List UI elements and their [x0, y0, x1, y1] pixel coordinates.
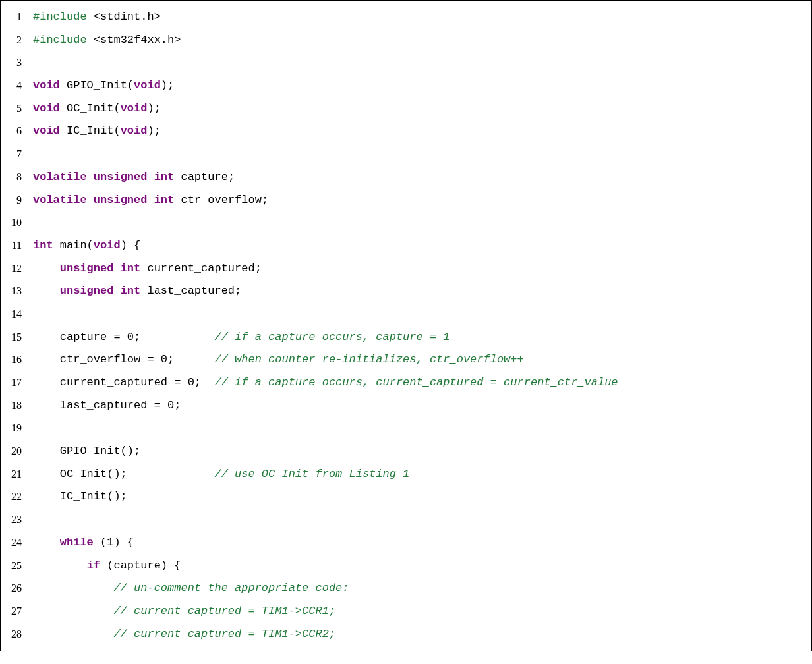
token-cm: // use OC_Init from Listing 1: [214, 468, 409, 480]
token-plain: capture = 0;: [33, 331, 214, 343]
token-plain: [87, 194, 94, 206]
token-plain: [33, 582, 113, 594]
token-plain: last_captured = 0;: [33, 399, 181, 412]
line-number: 24: [5, 532, 22, 555]
token-plain: last_captured;: [140, 285, 241, 297]
token-plain: [33, 262, 60, 275]
code-line: [33, 509, 805, 532]
token-kw: void: [94, 239, 121, 252]
token-plain: IC_Init(: [60, 124, 121, 137]
token-kw: void: [33, 124, 60, 137]
token-plain: [147, 171, 154, 183]
token-kw: unsigned: [60, 262, 114, 275]
token-plain: ctr_overflow;: [174, 194, 268, 206]
code-line: if (capture) {: [33, 555, 805, 578]
line-number: 25: [5, 555, 22, 578]
code-line: [33, 143, 805, 166]
code-line: [33, 211, 805, 235]
code-line: GPIO_Init();: [33, 440, 805, 463]
token-kw: unsigned: [94, 194, 148, 206]
code-line: // current_captured = TIM1->CCR1;: [33, 600, 805, 623]
line-number-gutter: 1234567891011121314151617181920212223242…: [1, 1, 26, 651]
line-number: 8: [5, 166, 22, 189]
token-kw: int: [33, 239, 53, 252]
line-number: 14: [5, 303, 22, 326]
token-pp: #include: [33, 34, 87, 46]
token-cm: // if a capture occurs, capture = 1: [214, 331, 450, 343]
token-plain: main(: [53, 239, 94, 252]
code-line: void OC_Init(void);: [33, 97, 805, 121]
code-line: last_captured = 0;: [33, 395, 805, 418]
token-kw: int: [154, 171, 175, 183]
line-number: 17: [5, 372, 22, 395]
code-line: [33, 51, 805, 74]
code-line: #include <stdint.h>: [33, 6, 805, 29]
line-number: 6: [5, 120, 22, 143]
code-area: #include <stdint.h>#include <stm32f4xx.h…: [26, 1, 811, 651]
line-number: 9: [5, 189, 22, 212]
code-line: current_captured = 0; // if a capture oc…: [33, 372, 805, 395]
token-kw: unsigned: [60, 285, 114, 297]
token-kw: void: [121, 124, 148, 137]
token-cm: // current_captured = TIM1->CCR1;: [113, 605, 335, 617]
token-kw: int: [154, 194, 175, 206]
code-line: [33, 417, 805, 440]
line-number: 19: [5, 417, 22, 440]
line-number: 23: [5, 509, 22, 532]
line-number: 22: [5, 485, 22, 509]
token-plain: <stdint.h>: [87, 11, 161, 23]
line-number: 7: [5, 143, 22, 166]
code-line: unsigned int current_captured;: [33, 258, 805, 281]
line-number: 20: [5, 440, 22, 463]
token-kw: int: [121, 285, 141, 297]
code-line: ctr_overflow = 0; // when counter re-ini…: [33, 348, 805, 372]
token-kw: void: [33, 79, 60, 92]
code-line: volatile unsigned int capture;: [33, 166, 805, 189]
token-plain: [113, 285, 120, 297]
token-cm: // current_captured = TIM1->CCR2;: [113, 628, 335, 640]
code-line: unsigned int last_captured;: [33, 280, 805, 303]
token-kw: void: [134, 79, 161, 92]
token-plain: ctr_overflow = 0;: [33, 353, 214, 366]
code-line: capture = 0; // if a capture occurs, cap…: [33, 326, 805, 349]
token-plain: capture;: [174, 171, 235, 183]
code-line: void IC_Init(void);: [33, 120, 805, 143]
token-kw: void: [121, 102, 148, 115]
code-line: while (1) {: [33, 532, 805, 555]
token-plain: );: [161, 79, 174, 92]
token-kw: while: [60, 536, 94, 549]
line-number: 13: [5, 280, 22, 303]
code-line: #include <stm32f4xx.h>: [33, 29, 805, 52]
token-plain: (capture) {: [100, 559, 181, 572]
line-number: 5: [5, 97, 22, 121]
token-plain: OC_Init(: [60, 102, 121, 115]
code-line: IC_Init();: [33, 485, 805, 509]
line-number: 11: [5, 235, 22, 258]
code-line: OC_Init(); // use OC_Init from Listing 1: [33, 463, 805, 486]
line-number: 12: [5, 258, 22, 281]
token-plain: OC_Init();: [33, 468, 214, 480]
token-cm: // if a capture occurs, current_captured…: [214, 376, 618, 389]
token-plain: [33, 628, 113, 640]
token-plain: [147, 194, 154, 206]
token-plain: );: [147, 102, 160, 115]
line-number: 21: [5, 463, 22, 486]
token-kw: volatile: [33, 171, 87, 183]
code-listing: 1234567891011121314151617181920212223242…: [0, 0, 812, 651]
token-kw: if: [87, 559, 100, 572]
token-plain: (1) {: [94, 536, 134, 549]
token-cm: // un-comment the appropriate code:: [113, 582, 349, 594]
token-plain: <stm32f4xx.h>: [87, 34, 181, 46]
line-number: 15: [5, 326, 22, 349]
code-line: volatile unsigned int ctr_overflow;: [33, 189, 805, 212]
token-pp: #include: [33, 11, 87, 23]
token-kw: unsigned: [94, 171, 148, 183]
token-plain: [87, 171, 94, 183]
line-number: 27: [5, 600, 22, 623]
token-kw: volatile: [33, 194, 87, 206]
code-line: [33, 303, 805, 326]
token-plain: [33, 605, 113, 617]
token-kw: int: [121, 262, 141, 275]
line-number: 3: [5, 51, 22, 74]
line-number: 1: [5, 6, 22, 29]
